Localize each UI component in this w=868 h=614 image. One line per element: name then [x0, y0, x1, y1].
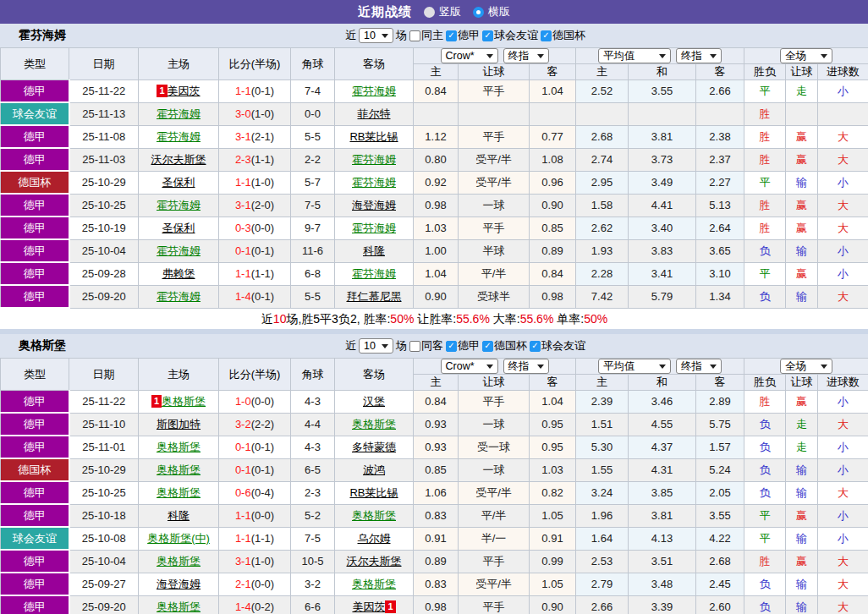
odds-home: 1.04 — [414, 262, 459, 285]
avg-away: 2.64 — [696, 217, 744, 239]
odds-home: 0.84 — [414, 391, 459, 414]
odds-company-select[interactable]: Crow* — [441, 359, 498, 374]
team-link[interactable]: 霍芬海姆 — [157, 107, 201, 120]
league-checkbox-3[interactable]: 德国杯 — [541, 28, 585, 43]
fulltime-score: 1-1 — [235, 267, 251, 280]
team-link[interactable]: 汉堡 — [363, 395, 385, 408]
odds-away: 0.90 — [530, 595, 576, 614]
team-link[interactable]: 弗赖堡 — [162, 267, 195, 280]
team-link[interactable]: 奥格斯堡 — [352, 418, 396, 430]
team-link[interactable]: 多特蒙德 — [352, 441, 396, 453]
games-count-select[interactable]: 10 — [359, 338, 393, 354]
team-link[interactable]: 奥格斯堡 — [157, 441, 201, 453]
odds-home: 0.92 — [414, 171, 459, 194]
team-link[interactable]: 奥格斯堡 — [157, 600, 201, 613]
halftime-score: (0-1) — [251, 441, 274, 453]
team-link[interactable]: 沃尔夫斯堡 — [151, 153, 206, 166]
team-link[interactable]: 波鸿 — [363, 463, 385, 476]
avg-company-select[interactable]: 平均值 — [598, 359, 671, 374]
team-link[interactable]: RB莱比锡 — [349, 486, 398, 499]
team-link[interactable]: 霍芬海姆 — [157, 130, 201, 143]
same-venue-checkbox[interactable]: 同主 — [409, 28, 443, 43]
filter-bar: 近 10 场 同客 德甲 德国杯 球会友谊 — [345, 334, 585, 358]
team-link[interactable]: 霍芬海姆 — [352, 153, 396, 166]
team-link[interactable]: 奥格斯堡 — [157, 555, 201, 567]
fulltime-score: 0-1 — [235, 463, 251, 476]
home-team-cell: 斯图加特 — [139, 413, 219, 436]
avg-home: 3.24 — [576, 481, 629, 504]
team-link[interactable]: 科隆 — [363, 244, 385, 257]
team-link[interactable]: 海登海姆 — [157, 578, 201, 590]
team-link[interactable]: 拜仁慕尼黑 — [347, 290, 402, 303]
halftime-score: (0-2) — [251, 600, 274, 613]
team-link[interactable]: 奥格斯堡(中) — [147, 532, 210, 545]
team-link[interactable]: 圣保利 — [162, 222, 195, 234]
team-link[interactable]: 霍芬海姆 — [352, 222, 396, 234]
team-link[interactable]: 乌尔姆 — [358, 532, 391, 545]
league-checkbox-1[interactable]: 德甲 — [446, 28, 480, 43]
team-link[interactable]: 奥格斯堡 — [352, 578, 396, 590]
odds-index-select[interactable]: 终指 — [503, 359, 549, 374]
team-link[interactable]: 霍芬海姆 — [352, 267, 396, 280]
avg-home: 1.64 — [576, 527, 629, 550]
league-checkbox-2[interactable]: 球会友谊 — [482, 28, 538, 43]
team-link[interactable]: 霍芬海姆 — [157, 290, 201, 303]
odds-handicap: 平手 — [459, 391, 530, 414]
fulltime-score: 3-1 — [235, 555, 251, 567]
score-cell: 1-1(1-1) — [219, 527, 291, 550]
home-team-cell: 圣保利 — [139, 171, 219, 194]
same-venue-checkbox[interactable]: 同客 — [409, 338, 443, 354]
team-link[interactable]: RB莱比锡 — [349, 130, 398, 143]
team-link[interactable]: 斯图加特 — [157, 418, 201, 430]
team-link[interactable]: 奥格斯堡 — [157, 463, 201, 476]
avg-index-select[interactable]: 终指 — [676, 359, 722, 374]
odds-index-select[interactable]: 终指 — [503, 48, 549, 63]
team-link[interactable]: 霍芬海姆 — [352, 85, 396, 97]
team-link[interactable]: 菲尔特 — [358, 107, 391, 120]
odds-away: 0.96 — [530, 171, 576, 194]
odds-away — [530, 102, 576, 125]
avg-away: 3.65 — [696, 239, 744, 262]
league-type-cell: 德甲 — [1, 413, 69, 436]
result-goals: 小 — [818, 391, 868, 414]
match-date: 25-10-18 — [69, 504, 139, 527]
league-type-cell: 德甲 — [1, 217, 69, 239]
league-label: 德甲 — [458, 338, 480, 354]
team-link[interactable]: 海登海姆 — [352, 199, 396, 211]
team-link[interactable]: 霍芬海姆 — [352, 176, 396, 189]
avg-draw: 4.13 — [629, 527, 696, 550]
col-header-home: 主场 — [139, 359, 219, 391]
team-link[interactable]: 沃尔夫斯堡 — [347, 555, 402, 567]
layout-radio-vertical[interactable]: 竖版 — [424, 4, 461, 19]
avg-company-select[interactable]: 平均值 — [598, 48, 671, 63]
league-checkbox-3[interactable]: 球会友谊 — [530, 338, 585, 354]
page-title: 近期战绩 — [358, 4, 412, 20]
team-link[interactable]: 霍芬海姆 — [157, 199, 201, 211]
team-link[interactable]: 科隆 — [168, 509, 190, 522]
avg-index-select[interactable]: 终指 — [676, 48, 722, 63]
scope-select[interactable]: 全场 — [780, 48, 832, 63]
radio-selected-icon — [473, 7, 484, 18]
result-outcome: 平 — [744, 80, 786, 103]
avg-away: 2.66 — [696, 80, 744, 103]
team-link[interactable]: 美因茨 — [168, 85, 201, 97]
games-count-select[interactable]: 10 — [359, 28, 393, 43]
odds-company-select[interactable]: Crow* — [441, 48, 498, 63]
corners-value: 0-0 — [291, 102, 335, 125]
home-team-cell: 弗赖堡 — [139, 262, 219, 285]
team-link[interactable]: 奥格斯堡 — [157, 486, 201, 499]
team-link[interactable]: 圣保利 — [162, 176, 195, 189]
avg-home: 2.79 — [576, 573, 629, 595]
team-link[interactable]: 霍芬海姆 — [157, 244, 201, 257]
layout-radio-horizontal[interactable]: 横版 — [473, 4, 510, 19]
scope-select[interactable]: 全场 — [780, 359, 832, 374]
league-checkbox-2[interactable]: 德国杯 — [482, 338, 527, 354]
team-section-augsburg: 奥格斯堡 近 10 场 同客 德甲 德国杯 球会友谊 — [0, 334, 868, 614]
result-handicap: 输 — [786, 481, 818, 504]
result-handicap: 输 — [786, 573, 818, 595]
league-checkbox-1[interactable]: 德甲 — [446, 338, 480, 354]
team-link[interactable]: 美因茨 — [352, 600, 385, 613]
red-card-badge: 1 — [157, 85, 167, 97]
team-link[interactable]: 奥格斯堡 — [162, 395, 206, 408]
team-link[interactable]: 奥格斯堡 — [352, 509, 396, 522]
